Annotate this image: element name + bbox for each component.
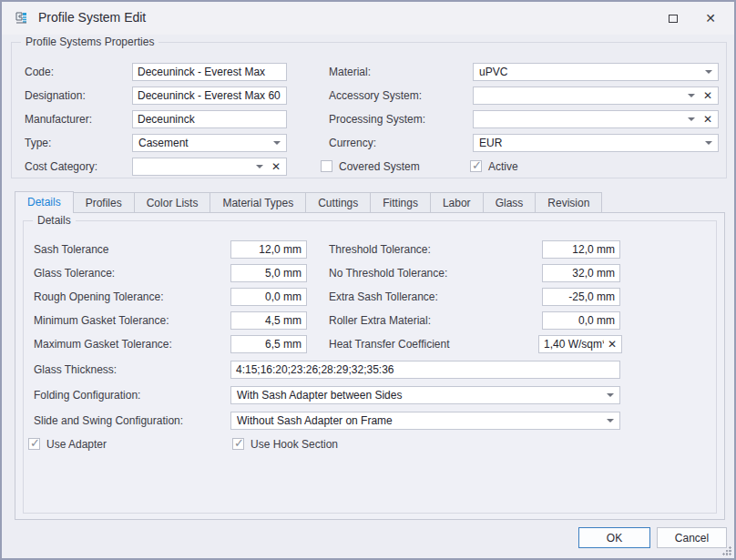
material-label: Material: [329, 63, 371, 81]
tab-profiles[interactable]: Profiles [73, 192, 135, 213]
use-hook-section-checkbox[interactable]: Use Hook Section [232, 437, 338, 451]
covered-system-label: Covered System [339, 160, 420, 173]
heat-transfer-coefficient-input[interactable]: 1,40 W/sqm* ✕ [538, 335, 622, 353]
chevron-down-icon [688, 94, 695, 97]
designation-label: Designation: [25, 87, 86, 105]
checkbox-icon [470, 160, 482, 172]
use-hook-section-label: Use Hook Section [250, 438, 338, 451]
type-label: Type: [25, 134, 51, 152]
rough-opening-tolerance-label: Rough Opening Tolerance: [34, 288, 164, 306]
chevron-down-icon [273, 141, 281, 145]
group-title: Profile Systems Properties [21, 36, 158, 48]
slide-swing-configuration-select[interactable]: Without Sash Adapter on Frame [230, 412, 620, 430]
roller-extra-material-label: Roller Extra Material: [329, 311, 431, 330]
roller-extra-material-input[interactable] [542, 311, 620, 330]
maximize-button[interactable] [662, 9, 684, 27]
checkbox-icon [232, 438, 244, 450]
slide-swing-configuration-label: Slide and Swing Configuration: [34, 412, 183, 430]
tab-glass[interactable]: Glass [483, 192, 537, 213]
window-title: Profile System Edit [38, 10, 146, 25]
cost-category-clear-button[interactable]: ✕ [271, 161, 281, 172]
code-label: Code: [25, 63, 54, 81]
threshold-tolerance-label: Threshold Tolerance: [329, 240, 431, 259]
folding-configuration-label: Folding Configuration: [34, 386, 140, 404]
tab-fittings[interactable]: Fittings [370, 192, 431, 213]
checkbox-icon [28, 438, 40, 450]
glass-tolerance-input[interactable] [230, 264, 307, 282]
cancel-button[interactable]: Cancel [657, 527, 727, 548]
use-adapter-checkbox[interactable]: Use Adapter [28, 437, 107, 451]
tab-revision[interactable]: Revision [535, 192, 602, 213]
maximum-gasket-tolerance-input[interactable] [230, 335, 307, 353]
maximum-gasket-tolerance-label: Maximum Gasket Tolerance: [34, 335, 172, 353]
sash-tolerance-input[interactable] [230, 240, 307, 259]
chevron-down-icon [256, 165, 263, 168]
chevron-down-icon [688, 117, 695, 121]
resize-grip[interactable] [722, 546, 731, 555]
chevron-down-icon [607, 419, 614, 423]
processing-system-clear-button[interactable]: ✕ [703, 114, 712, 125]
accessory-system-clear-button[interactable]: ✕ [703, 90, 712, 101]
accessory-system-select[interactable]: ✕ [473, 87, 719, 105]
extra-sash-tolerance-input[interactable] [542, 288, 620, 306]
manufacturer-label: Manufacturer: [25, 110, 92, 128]
designation-input[interactable] [132, 87, 287, 105]
tab-color-lists[interactable]: Color Lists [134, 192, 211, 213]
close-icon: ✕ [705, 11, 716, 25]
threshold-tolerance-input[interactable] [542, 240, 620, 259]
ok-button[interactable]: OK [578, 527, 650, 548]
group-title: Details [33, 214, 76, 227]
folding-configuration-select[interactable]: With Sash Adapter between Sides [230, 386, 620, 404]
profile-systems-properties-group: Profile Systems Properties Code: Designa… [11, 42, 727, 178]
tab-labor[interactable]: Labor [430, 192, 484, 213]
checkbox-icon [321, 160, 332, 172]
material-select[interactable]: uPVC [473, 63, 719, 81]
processing-system-label: Processing System: [329, 110, 425, 128]
active-label: Active [488, 160, 518, 173]
manufacturer-input[interactable] [132, 110, 287, 128]
cost-category-select[interactable]: ✕ [132, 158, 287, 176]
glass-thickness-label: Glass Thickness: [34, 361, 117, 379]
chevron-down-icon [705, 70, 712, 74]
extra-sash-tolerance-label: Extra Sash Tollerance: [329, 288, 438, 306]
tab-details[interactable]: Details [15, 191, 74, 213]
active-checkbox[interactable]: Active [470, 159, 518, 173]
glass-thickness-input[interactable] [230, 361, 620, 379]
cost-category-label: Cost Category: [25, 158, 97, 176]
chevron-down-icon [705, 141, 712, 145]
profile-system-icon [14, 11, 28, 25]
minimum-gasket-tolerance-input[interactable] [230, 311, 307, 330]
currency-select[interactable]: EUR [473, 134, 719, 152]
processing-system-select[interactable]: ✕ [473, 110, 719, 128]
tab-strip: Details Profiles Color Lists Material Ty… [15, 191, 602, 213]
type-select[interactable]: Casement [132, 134, 287, 152]
glass-tolerance-label: Glass Tolerance: [34, 264, 115, 282]
heat-transfer-clear-button[interactable]: ✕ [608, 339, 617, 350]
minimum-gasket-tolerance-label: Minimum Gasket Tolerance: [34, 311, 169, 330]
no-threshold-tolerance-label: No Threshold Tolerance: [329, 264, 447, 282]
code-input[interactable] [132, 63, 287, 81]
tab-cuttings[interactable]: Cuttings [305, 192, 371, 213]
chevron-down-icon [607, 393, 614, 397]
details-tab-page: Details Sash Tolerance Glass Tolerance: … [15, 212, 725, 520]
rough-opening-tolerance-input[interactable] [230, 288, 307, 306]
no-threshold-tolerance-input[interactable] [542, 264, 620, 282]
tab-material-types[interactable]: Material Types [210, 192, 306, 213]
use-adapter-label: Use Adapter [46, 438, 107, 451]
maximize-icon [669, 15, 678, 23]
close-button[interactable]: ✕ [700, 9, 721, 27]
title-bar[interactable]: Profile System Edit ✕ [2, 2, 734, 35]
covered-system-checkbox[interactable]: Covered System [321, 159, 420, 173]
heat-transfer-coefficient-label: Heat Transfer Coefficient [329, 335, 450, 353]
accessory-system-label: Accessory System: [329, 87, 422, 105]
currency-label: Currency: [329, 134, 376, 152]
sash-tolerance-label: Sash Tolerance [34, 240, 109, 259]
profile-system-edit-dialog: Profile System Edit ✕ Profile Systems Pr… [0, 0, 736, 560]
